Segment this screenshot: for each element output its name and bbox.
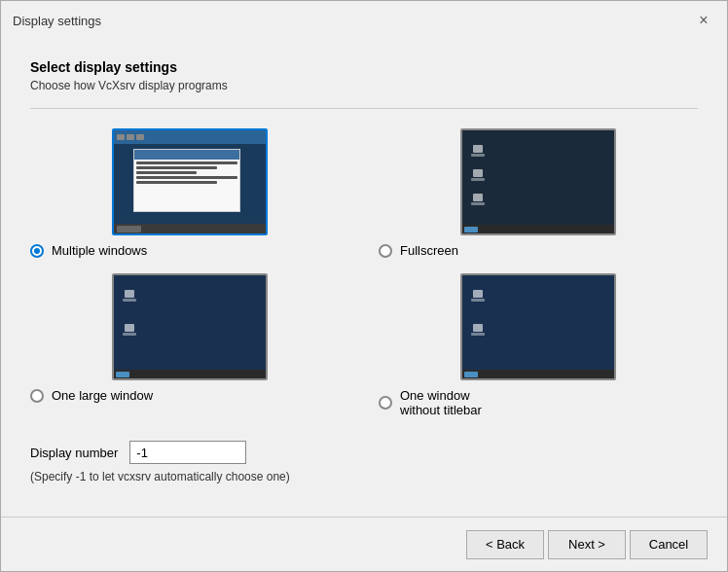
content-area: Select display settings Choose how VcXsr…: [1, 40, 727, 517]
desktop-icon1: [472, 145, 484, 159]
radio-fullscreen[interactable]: [379, 244, 392, 258]
fs-desktop: [462, 130, 614, 225]
option-multiple-windows: Multiple windows: [30, 128, 349, 258]
fullscreen-label-row[interactable]: Fullscreen: [379, 243, 458, 258]
terminal-body: [134, 160, 239, 211]
olw-icon2: [124, 324, 135, 338]
fs-startbtn: [464, 227, 478, 232]
one-large-window-label: One large window: [52, 388, 153, 403]
ownt-icon1: [472, 290, 484, 304]
fs-taskbar: [462, 225, 614, 233]
mw-btn1: [117, 134, 125, 140]
olw-desktop: [114, 275, 266, 370]
t-line2: [136, 166, 217, 169]
t-line4: [136, 176, 237, 179]
t-line5: [136, 181, 217, 184]
olw-taskbar: [114, 370, 266, 378]
divider: [30, 108, 698, 109]
preview-multiple-windows: [112, 128, 268, 235]
next-button[interactable]: Next >: [548, 530, 626, 559]
mw-taskbar: [114, 224, 266, 233]
radio-one-window-no-titlebar[interactable]: [379, 396, 392, 410]
ownt-startbtn: [464, 372, 478, 377]
one-window-no-titlebar-label: One window without titlebar: [400, 388, 482, 417]
section-title: Select display settings: [30, 59, 698, 75]
terminal-titlebar: [134, 150, 239, 160]
ownt-icon2: [472, 324, 484, 338]
one-window-no-titlebar-label-row[interactable]: One window without titlebar: [379, 388, 482, 417]
ownt-taskbar: [462, 370, 614, 378]
multiple-windows-label: Multiple windows: [52, 243, 147, 258]
t-line3: [136, 171, 197, 174]
mw-titlebar: [114, 130, 266, 144]
main-window: Display settings × Select display settin…: [0, 0, 728, 572]
radio-multiple-windows[interactable]: [30, 244, 44, 258]
mw-content: [114, 144, 266, 224]
radio-one-large-window[interactable]: [30, 389, 44, 403]
fullscreen-label: Fullscreen: [400, 243, 458, 258]
bottom-bar: < Back Next > Cancel: [1, 517, 727, 571]
mw-btn3: [136, 134, 144, 140]
display-number-input[interactable]: [129, 441, 246, 464]
option-one-large-window: One large window: [30, 273, 349, 417]
multiple-windows-label-row[interactable]: Multiple windows: [30, 243, 147, 258]
option-one-window-no-titlebar: One window without titlebar: [379, 273, 698, 417]
option-fullscreen: Fullscreen: [379, 128, 698, 258]
taskbar-btn: [117, 226, 141, 232]
preview-one-window-no-titlebar: [460, 273, 616, 380]
ownt-desktop: [462, 275, 614, 370]
desktop-icon2: [472, 169, 484, 183]
section-subtitle: Choose how VcXsrv display programs: [30, 79, 698, 92]
olw-icon1: [124, 290, 135, 304]
hint-text: (Specify -1 to let vcxsrv automatically …: [30, 470, 698, 483]
t-line1: [136, 161, 237, 164]
terminal-window: [133, 149, 240, 212]
display-number-row: Display number: [30, 441, 698, 464]
window-title: Display settings: [13, 14, 101, 28]
preview-one-large-window: [112, 273, 268, 380]
back-button[interactable]: < Back: [466, 530, 544, 559]
close-button[interactable]: ×: [692, 9, 715, 32]
preview-fullscreen: [460, 128, 616, 235]
one-large-window-label-row[interactable]: One large window: [30, 388, 153, 403]
options-grid: Multiple windows: [30, 128, 698, 417]
desktop-icon3: [472, 194, 484, 207]
cancel-button[interactable]: Cancel: [630, 530, 708, 559]
olw-startbtn: [116, 372, 129, 377]
display-number-label: Display number: [30, 446, 118, 460]
mw-btn2: [127, 134, 134, 140]
title-bar: Display settings ×: [1, 1, 727, 40]
